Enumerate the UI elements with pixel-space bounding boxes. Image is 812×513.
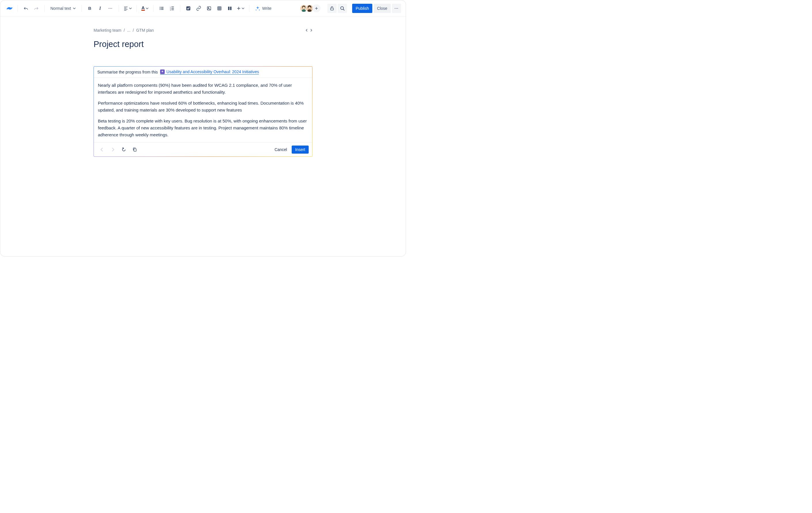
bullet-list-button[interactable] (157, 4, 166, 13)
ai-response-body: Nearly all platform components (90%) hav… (94, 78, 312, 142)
copy-icon (133, 147, 137, 152)
ai-prev-button[interactable] (97, 145, 107, 154)
ai-regenerate-button[interactable] (119, 145, 128, 154)
svg-rect-20 (302, 9, 306, 12)
svg-point-29 (341, 7, 344, 9)
ai-linked-doc-chip[interactable]: Usability and Accessibility Overhaul: 20… (160, 70, 259, 75)
find-replace-button[interactable] (338, 4, 347, 13)
chevron-left-icon (100, 147, 104, 152)
breadcrumb-item-0[interactable]: Marketing team (94, 28, 121, 32)
page-width-toggle[interactable] (306, 29, 312, 32)
text-style-label: Normal text (50, 6, 71, 11)
chevron-down-icon (73, 7, 76, 10)
chevron-down-icon (241, 7, 244, 10)
image-button[interactable] (204, 4, 214, 13)
svg-rect-7 (171, 7, 174, 7)
text-color-icon: A (141, 6, 145, 11)
close-button[interactable]: Close (374, 4, 391, 13)
ai-write-label: Write (262, 6, 271, 11)
unlock-icon (330, 6, 334, 11)
breadcrumb: Marketing team / ... / GTM plan (94, 28, 154, 32)
ai-next-button[interactable] (108, 145, 117, 154)
ai-write-button[interactable]: Write (253, 4, 273, 13)
refresh-icon (121, 147, 126, 152)
svg-text:3: 3 (170, 9, 171, 11)
svg-point-14 (208, 7, 209, 8)
ai-paragraph-0: Nearly all platform components (90%) hav… (98, 82, 308, 96)
more-actions-button[interactable]: ··· (392, 4, 401, 13)
svg-point-22 (302, 7, 305, 9)
ai-paragraph-2: Beta testing is 20% complete with key us… (98, 117, 308, 138)
svg-rect-15 (218, 7, 221, 10)
breadcrumb-item-1[interactable]: ... (127, 28, 130, 32)
svg-rect-17 (230, 7, 232, 10)
restrictions-button[interactable] (327, 4, 337, 13)
svg-rect-11 (171, 9, 174, 10)
ai-linked-doc-title: Usability and Accessibility Overhaul: 20… (167, 70, 259, 74)
layouts-button[interactable] (225, 4, 234, 13)
text-color-dropdown[interactable]: A (140, 4, 150, 13)
ai-cancel-button[interactable]: Cancel (271, 145, 290, 154)
svg-rect-12 (186, 6, 190, 10)
publish-button[interactable]: Publish (352, 4, 372, 13)
align-left-icon (123, 6, 128, 11)
svg-rect-3 (161, 8, 164, 9)
svg-point-0 (160, 7, 161, 7)
add-collaborator-button[interactable] (312, 4, 320, 12)
editor-toolbar: Normal text B I ··· A 123 (0, 0, 406, 17)
ai-sparkle-icon (255, 6, 260, 11)
svg-rect-30 (134, 149, 136, 151)
ai-prompt-row[interactable]: Summarise the progress from this Usabili… (94, 66, 312, 78)
svg-rect-1 (161, 7, 164, 7)
search-icon (340, 6, 345, 11)
svg-rect-9 (171, 8, 174, 9)
chevron-right-icon (111, 147, 115, 152)
collaborator-avatars (302, 4, 320, 12)
svg-point-2 (160, 8, 161, 9)
insert-dropdown[interactable] (235, 4, 245, 13)
svg-rect-25 (308, 9, 312, 12)
ai-insert-button[interactable]: Insert (292, 145, 309, 154)
chevron-down-icon (146, 7, 149, 10)
table-button[interactable] (215, 4, 224, 13)
redo-button[interactable] (32, 4, 41, 13)
svg-point-4 (160, 9, 161, 10)
editor-canvas[interactable]: Marketing team / ... / GTM plan Project … (0, 17, 406, 256)
undo-button[interactable] (21, 4, 31, 13)
confluence-logo-icon[interactable] (5, 4, 14, 13)
action-item-button[interactable] (184, 4, 193, 13)
ai-paragraph-1: Performance optimizations have resolved … (98, 100, 308, 113)
align-dropdown[interactable] (122, 4, 133, 13)
svg-rect-28 (330, 8, 334, 10)
ai-panel-footer: Cancel Insert (94, 142, 312, 157)
ai-copy-button[interactable] (130, 145, 139, 154)
text-style-dropdown[interactable]: Normal text (48, 4, 78, 13)
ai-prompt-text: Summarise the progress from this (97, 70, 158, 74)
ai-assist-panel: Summarise the progress from this Usabili… (94, 66, 312, 157)
svg-rect-5 (161, 9, 164, 10)
plus-icon (237, 6, 241, 10)
italic-button[interactable]: I (95, 4, 105, 13)
numbered-list-button[interactable]: 123 (167, 4, 176, 13)
chevron-down-icon (129, 7, 132, 10)
link-button[interactable] (194, 4, 203, 13)
svg-rect-16 (228, 7, 230, 10)
doc-icon (160, 70, 165, 74)
more-formatting-button[interactable]: ··· (106, 4, 115, 13)
svg-point-27 (309, 7, 311, 9)
page-title[interactable]: Project report (94, 39, 312, 49)
bold-button[interactable]: B (85, 4, 94, 13)
breadcrumb-item-2[interactable]: GTM plan (136, 28, 154, 32)
